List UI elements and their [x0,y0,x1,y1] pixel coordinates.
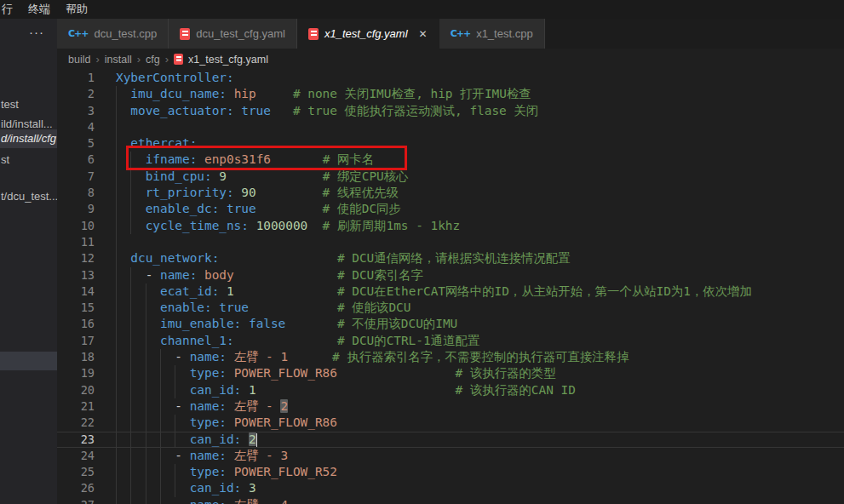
code-line[interactable]: 15 enable: true # 使能该DCU [57,300,844,316]
code-line[interactable]: 3 move_actuator: true # true 使能执行器运动测试, … [57,103,844,119]
indent-guide [116,432,117,448]
indent-guide [116,497,117,504]
sidebar-item-selected[interactable]: d/install/cfg [0,129,57,148]
breadcrumb-part[interactable]: install [105,54,132,66]
menu-item-terminal[interactable]: 终端 [20,2,58,17]
code-line[interactable]: 17 channel_1: # DCU的CTRL-1通道配置 [57,333,844,349]
indent-guide [146,464,146,480]
tab-x1-test-cpp[interactable]: C++ x1_test.cpp [439,19,545,49]
indent-guide [146,415,146,431]
code-line[interactable]: 12 dcu_network: # DCU通信网络，请根据实机连接情况配置 [57,250,844,266]
code-line[interactable]: 4 [57,119,844,135]
indent-guide [116,382,117,398]
indent-guide [130,398,131,415]
indent-guide [116,250,117,266]
tab-label: dcu_test_cfg.yaml [196,27,285,40]
line-number: 19 [57,365,95,381]
indent-guide [130,316,131,332]
indent-guide [116,234,117,250]
indent-guide [116,86,117,102]
code-line[interactable]: 14 ecat_id: 1 # DCU在EtherCAT网络中的ID，从主站开始… [57,284,844,300]
menu-item-run[interactable]: 行 [0,2,20,17]
code-line[interactable]: 7 bind_cpu: 9 # 绑定CPU核心 [57,169,844,185]
cpp-file-icon: C++ [451,28,471,39]
indent-guide [160,365,161,381]
indent-guide [160,480,161,496]
indent-guide [116,333,117,349]
indent-guide [160,349,161,365]
code-line[interactable]: 27 - name: 左臂 - 4 [57,497,844,504]
breadcrumb-part[interactable]: cfg [146,54,160,66]
indent-guide [130,448,131,464]
indent-guide [116,365,117,381]
indent-guide [175,432,175,448]
indent-guide [160,415,161,431]
indent-guide [116,119,117,135]
code-line[interactable]: 26 can_id: 3 [57,480,844,496]
yaml-file-icon [174,54,183,65]
line-number: 22 [57,415,95,431]
indent-guide [116,316,117,332]
line-number: 8 [57,185,95,201]
tab-dcu-test-cfg-yaml[interactable]: dcu_test_cfg.yaml [169,19,297,49]
indent-guide [130,218,131,234]
indent-guide [116,415,117,431]
sidebar-item[interactable]: test [0,95,57,114]
indent-guide [146,365,146,381]
menu-bar: 行 终端 帮助 [0,0,844,19]
indent-guide [146,398,146,415]
code-editor[interactable]: 1XyberController:2 imu_dcu_name: hip # n… [57,70,844,504]
breadcrumb-file[interactable]: x1_test_cfg.yaml [188,54,268,66]
code-line[interactable]: 1XyberController: [57,70,844,86]
sidebar-item[interactable]: t/dcu_test... [0,187,57,206]
code-line[interactable]: 13 - name: body # DCU索引名字 [57,267,844,284]
tab-x1-test-cfg-yaml[interactable]: x1_test_cfg.yaml ✕ [297,19,439,49]
indent-guide [130,152,131,168]
code-line[interactable]: 5 ethercat: [57,135,844,152]
code-line[interactable]: 6 ifname: enp0s31f6 # 网卡名 [57,152,844,168]
code-line[interactable]: 18 - name: 左臂 - 1 # 执行器索引名字，不需要控制的执行器可直接… [57,349,844,365]
code-line[interactable]: 22 type: POWER_FLOW_R86 [57,415,844,431]
code-line[interactable]: 9 enable_dc: true # 使能DC同步 [57,201,844,217]
tab-label: x1_test_cfg.yaml [324,27,408,40]
indent-guide [160,432,161,448]
breadcrumb-part[interactable]: build [68,54,90,66]
more-actions-button[interactable]: ··· [29,26,44,39]
line-number: 18 [57,349,95,365]
close-tab-icon[interactable]: ✕ [419,28,428,40]
indent-guide [146,316,146,332]
indent-guide [130,480,131,496]
indent-guide [116,284,117,300]
indent-guide [130,432,131,448]
line-number: 20 [57,382,95,398]
chevron-right-icon: › [95,53,99,66]
code-line[interactable]: 21 - name: 左臂 - 2 [57,398,844,415]
line-number: 4 [57,119,95,135]
indent-guide [130,464,131,480]
tab-dcu-test-cpp[interactable]: C++ dcu_test.cpp [57,19,169,49]
line-number: 27 [57,497,95,504]
sidebar: test ild/install... d/install/cfg st t/d… [0,19,57,504]
line-number: 11 [57,234,95,250]
indent-guide [146,300,146,316]
indent-guide [116,480,117,496]
code-line[interactable]: 16 imu_enable: false # 不使用该DCU的IMU [57,316,844,332]
code-line[interactable]: 23 can_id: 2 [57,432,844,448]
indent-guide [175,365,175,381]
sidebar-selected-row[interactable] [0,352,57,370]
code-line[interactable]: 25 type: POWER_FLOW_R52 [57,464,844,480]
menu-item-help[interactable]: 帮助 [58,2,95,17]
tab-label: x1_test.cpp [476,27,533,40]
code-line[interactable]: 19 type: POWER_FLOW_R86 # 该执行器的类型 [57,365,844,381]
indent-guide [116,267,117,284]
code-line[interactable]: 2 imu_dcu_name: hip # none 关闭IMU检查, hip … [57,86,844,102]
sidebar-item[interactable]: st [0,151,57,169]
code-line[interactable]: 24 - name: 左臂 - 3 [57,448,844,464]
code-line[interactable]: 20 can_id: 1 # 该执行器的CAN ID [57,382,844,398]
code-line[interactable]: 10 cycle_time_ns: 1000000 # 刷新周期1ms - 1k… [57,218,844,234]
indent-guide [175,415,175,431]
code-line[interactable]: 8 rt_priority: 90 # 线程优先级 [57,185,844,201]
indent-guide [116,349,117,365]
indent-guide [130,349,131,365]
code-line[interactable]: 11 [57,234,844,250]
